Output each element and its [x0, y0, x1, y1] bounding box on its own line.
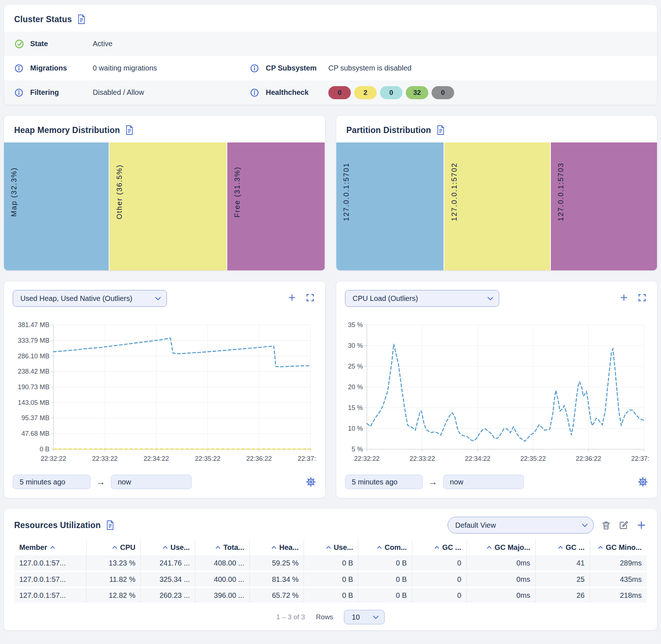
svg-text:22:35:22: 22:35:22 [195, 455, 220, 462]
edit-view-button[interactable] [618, 520, 629, 530]
settings-gear-icon[interactable] [637, 476, 648, 487]
value-cell: 325.34 ... [141, 571, 195, 587]
svg-text:22:33:22: 22:33:22 [409, 455, 435, 462]
sort-caret-icon [163, 546, 168, 551]
chevron-down-icon [582, 522, 588, 527]
report-document-icon[interactable] [106, 520, 115, 530]
healthcheck-badge: 0 [328, 86, 351, 99]
arrow-right-icon: → [429, 477, 437, 487]
value-cell: 0ms [466, 555, 536, 571]
view-selector[interactable]: Default View [448, 517, 594, 534]
segment-label: Other (36.5%) [115, 164, 124, 220]
add-chart-button[interactable] [619, 293, 629, 302]
add-chart-button[interactable] [287, 293, 297, 302]
column-header-cpu[interactable]: CPU [86, 539, 141, 555]
card-title: Resources Utilization [14, 520, 101, 530]
value-cell: 241.76 ... [141, 555, 195, 571]
info-icon[interactable] [250, 64, 261, 73]
chevron-down-icon [487, 295, 493, 301]
column-header-use[interactable]: Use... [141, 539, 195, 555]
metric-selector[interactable]: Used Heap, Used Native (Outliers) [13, 290, 167, 307]
value-cell: 218ms [590, 587, 647, 603]
add-view-button[interactable] [636, 520, 647, 531]
value-cell: 41 [536, 555, 590, 571]
svg-text:30 %: 30 % [348, 342, 362, 349]
column-header-gcmino[interactable]: GC Mino... [590, 539, 647, 555]
column-header-member[interactable]: Member [14, 539, 86, 555]
table-pagination: 1 – 3 of 3 Rows 10 [14, 609, 647, 625]
column-header-com[interactable]: Com... [358, 539, 412, 555]
fullscreen-button[interactable] [305, 293, 315, 302]
column-label: GC Mino... [606, 543, 642, 552]
value-cell: 26 [536, 587, 590, 603]
status-row-state: State Active [4, 32, 657, 56]
column-header-hea[interactable]: Hea... [249, 539, 304, 555]
value-cell: 0 [412, 555, 466, 571]
treemap-segment[interactable]: 127.0.0.1:5702 [444, 142, 550, 270]
column-label: Use... [171, 543, 190, 552]
chart-svg: 0 B47.68 MB95.37 MB143.05 MB190.73 MB238… [13, 321, 316, 467]
value-cell: 260.23 ... [141, 587, 195, 603]
column-label: Use... [334, 543, 353, 552]
column-header-tota[interactable]: Tota... [195, 539, 250, 555]
column-header-gc[interactable]: GC ... [412, 539, 466, 555]
time-to-input[interactable]: now [443, 475, 524, 489]
table-row[interactable]: 127.0.0.1:57...13.23 %241.76 ...408.00 .… [14, 555, 647, 571]
treemap-segment[interactable]: Other (36.5%) [109, 142, 227, 270]
value-cell: 12.82 % [86, 587, 141, 603]
chevron-down-icon [155, 295, 161, 301]
value-cell: 0ms [466, 571, 536, 587]
status-row-filtering: Filtering Disabled / Allow Healthcheck 0… [4, 80, 657, 105]
time-from-input[interactable]: 5 minutes ago [345, 475, 423, 489]
value-cell: 11.82 % [86, 571, 141, 587]
column-header-gc[interactable]: GC ... [536, 539, 590, 555]
rows-per-page-selector[interactable]: 10 [344, 610, 385, 624]
member-cell: 127.0.0.1:57... [14, 587, 86, 603]
series-cpu-load [367, 344, 644, 441]
column-label: GC ... [566, 543, 585, 552]
report-document-icon[interactable] [436, 125, 445, 135]
value-cell: 0 B [304, 555, 358, 571]
sort-caret-icon [272, 546, 276, 551]
cpu-load-chart: 5 %10 %15 %20 %25 %30 %35 %22:32:2222:33… [345, 321, 649, 468]
resources-table: MemberCPUUse...Tota...Hea...Use...Com...… [14, 539, 647, 604]
series-used-heap [53, 338, 311, 367]
treemap-segment[interactable]: 127.0.0.1:5703 [550, 142, 657, 270]
delete-view-button[interactable] [601, 520, 611, 530]
segment-label: 127.0.0.1:5702 [450, 162, 458, 221]
sort-caret-icon [487, 546, 492, 551]
treemap-segment[interactable]: 127.0.0.1:5701 [336, 142, 444, 270]
value-cell: 65.72 % [249, 587, 304, 603]
heap-treemap: Map (32.3%)Other (36.5%)Free (31.3%) [4, 142, 325, 270]
info-icon[interactable] [14, 64, 25, 73]
report-document-icon[interactable] [77, 14, 86, 24]
sort-caret-icon [50, 546, 55, 551]
member-cell: 127.0.0.1:57... [14, 571, 86, 587]
info-icon[interactable] [14, 88, 25, 97]
arrow-right-icon: → [96, 477, 105, 487]
card-title: Cluster Status [14, 15, 72, 24]
settings-gear-icon[interactable] [305, 476, 316, 487]
svg-text:25 %: 25 % [348, 363, 362, 370]
resources-utilization-card: Resources Utilization Default View [4, 508, 657, 631]
metric-selector[interactable]: CPU Load (Outliers) [345, 290, 499, 307]
column-header-gcmajo[interactable]: GC Majo... [466, 539, 536, 555]
cpu-load-chart-card: CPU Load (Outliers) 5 %10 %15 %20 %25 %3… [336, 281, 658, 498]
treemap-segment[interactable]: Free (31.3%) [227, 142, 325, 270]
svg-text:95.37 MB: 95.37 MB [21, 414, 49, 422]
cp-subsystem-value: CP subsystem is disabled [328, 64, 412, 72]
table-row[interactable]: 127.0.0.1:57...12.82 %260.23 ...396.00 .… [14, 587, 647, 603]
sort-caret-icon [326, 546, 331, 551]
time-from-input[interactable]: 5 minutes ago [13, 475, 91, 489]
member-cell: 127.0.0.1:57... [14, 555, 86, 571]
fullscreen-button[interactable] [637, 293, 647, 302]
treemap-segment[interactable]: Map (32.3%) [4, 142, 109, 270]
table-row[interactable]: 127.0.0.1:57...11.82 %325.34 ...400.00 .… [14, 571, 647, 587]
column-header-use[interactable]: Use... [304, 539, 358, 555]
time-to-input[interactable]: now [111, 475, 192, 489]
svg-text:47.68 MB: 47.68 MB [21, 430, 49, 437]
info-icon[interactable] [250, 88, 261, 97]
svg-text:22:33:22: 22:33:22 [92, 455, 117, 462]
report-document-icon[interactable] [125, 125, 134, 135]
value-cell: 396.00 ... [195, 587, 250, 603]
